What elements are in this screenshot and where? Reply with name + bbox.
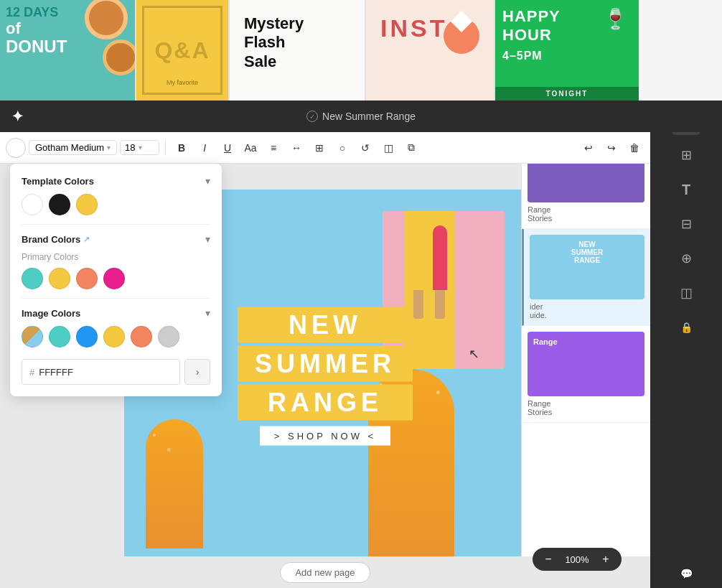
color-panel: Template Colors ▾ Brand Colors ↗ ▾ Prima… <box>10 164 222 396</box>
brand-swatches <box>22 268 210 289</box>
zoom-out-button[interactable]: − <box>541 552 555 566</box>
template-mystery[interactable]: MysteryFlashSale <box>230 0 366 101</box>
layer-button[interactable]: ◫ <box>378 138 398 158</box>
image-swatch-gradient[interactable] <box>22 326 43 347</box>
image-colors-collapse[interactable]: ▾ <box>205 307 210 319</box>
template-insta[interactable]: INSTA <box>366 0 495 101</box>
brand-swatch-teal[interactable] <box>22 268 43 289</box>
color-input-row: # FFFFFF › <box>22 359 210 385</box>
right-panel: ⊡ ⊞ T ⊟ ⊕ ◫ 🔒 💬 <box>650 101 722 588</box>
document-title: New Summer Range <box>322 111 416 122</box>
image-swatch-orange[interactable] <box>131 326 152 347</box>
header-bar: ✦ ✓ New Summer Range <box>0 101 722 132</box>
undo-button[interactable]: ↩ <box>578 138 599 158</box>
underline-button[interactable]: U <box>217 138 238 158</box>
popsicle-stick-small-yellow <box>413 290 423 319</box>
image-colors-header: Image Colors ▾ <box>22 307 210 319</box>
toolbar-sep-1 <box>165 141 166 155</box>
side-panel-label-3: Range <box>528 399 644 408</box>
toolbar: Gotham Medium ▾ 18 ▾ B I U Aa ≡ ↔ ⊞ ○ ↺ … <box>0 132 650 164</box>
brand-colors-link-icon[interactable]: ↗ <box>83 235 90 244</box>
image-swatch-gray[interactable] <box>158 326 179 347</box>
app-logo: ✦ <box>11 108 24 125</box>
brand-colors-label: Brand Colors <box>22 234 80 245</box>
font-size-display: 18 <box>125 142 135 153</box>
side-panel-label-1: Range <box>528 205 644 214</box>
brand-swatch-orange[interactable] <box>76 268 98 289</box>
color-hex-value: FFFFFF <box>39 367 73 378</box>
image-swatch-yellow[interactable] <box>103 326 125 347</box>
brand-colors-collapse[interactable]: ▾ <box>205 233 210 245</box>
side-panel-thumb-3: Range <box>528 332 644 396</box>
align-button[interactable]: ≡ <box>263 138 283 158</box>
brand-swatch-pink[interactable] <box>103 268 125 289</box>
color-input-submit[interactable]: › <box>184 359 210 385</box>
italic-button[interactable]: I <box>194 138 215 158</box>
text-format-button[interactable]: Aa <box>240 138 261 158</box>
side-panel-item-3[interactable]: Range Range Stories <box>522 326 650 423</box>
font-selector[interactable]: Gotham Medium ▾ <box>29 140 117 155</box>
shop-now-text: > SHOP NOW < <box>260 426 390 445</box>
bold-button[interactable]: B <box>172 138 192 158</box>
side-panel-label-2: ider <box>530 302 644 311</box>
add-page-button[interactable]: Add new page <box>280 562 370 583</box>
color-hex-input[interactable]: # FFFFFF <box>22 359 180 385</box>
zoom-value-display: 100% <box>563 554 591 565</box>
rotate-button[interactable]: ↺ <box>355 138 375 158</box>
grid-panel-icon[interactable]: ⊞ <box>672 141 700 169</box>
template-swatch-white[interactable] <box>22 194 43 215</box>
template-colors-collapse[interactable]: ▾ <box>205 175 210 187</box>
template-donut[interactable]: 12 DAYSofDONUT <box>0 0 136 101</box>
canvas-text-line-3: RANGE <box>238 384 413 420</box>
side-panel-thumb-2: NEWSUMMERRANGE <box>530 235 644 299</box>
copy-button[interactable]: ⧉ <box>401 138 421 158</box>
brand-colors-header: Brand Colors ↗ ▾ <box>22 233 210 245</box>
font-size-selector[interactable]: 18 ▾ <box>120 140 159 155</box>
zoom-control: − 100% + <box>533 548 622 571</box>
redo-button[interactable]: ↪ <box>601 138 622 158</box>
canvas-text-line-1: NEW <box>238 307 413 342</box>
image-swatch-teal[interactable] <box>49 326 70 347</box>
popsicle-small-red <box>433 225 447 290</box>
image-swatches <box>22 326 210 347</box>
template-colors-header: Template Colors ▾ <box>22 175 210 187</box>
image-button[interactable]: ⊞ <box>309 138 329 158</box>
group-panel-icon[interactable]: ⊕ <box>672 244 700 273</box>
layers-panel-icon[interactable]: ◫ <box>672 279 700 307</box>
color-swatch-toolbar[interactable] <box>6 138 26 158</box>
font-name-display: Gotham Medium <box>35 142 104 153</box>
cursor-indicator: ↖ <box>469 346 479 362</box>
zoom-in-button[interactable]: + <box>599 552 613 566</box>
divider-2 <box>22 298 210 299</box>
image-panel-icon[interactable]: ⊟ <box>672 210 700 238</box>
shape-button[interactable]: ○ <box>332 138 352 158</box>
divider-1 <box>22 224 210 225</box>
template-qa[interactable]: Q&A My favorite <box>136 0 230 101</box>
side-panel-item-2[interactable]: NEWSUMMERRANGE ider uide. <box>522 229 650 326</box>
side-panel: New SummerRange Range Stories NEWSUMMERR… <box>521 132 650 588</box>
template-swatch-yellow[interactable] <box>76 194 98 215</box>
template-colors-label: Template Colors <box>22 176 94 187</box>
spacing-button[interactable]: ↔ <box>286 138 306 158</box>
header-title: ✓ New Summer Range <box>306 111 416 122</box>
template-swatch-black[interactable] <box>49 194 70 215</box>
chat-panel-icon[interactable]: 💬 <box>672 559 700 588</box>
popsicle-left-body <box>146 419 203 549</box>
text-panel-icon[interactable]: T <box>672 175 700 204</box>
canvas-text-line-2: SUMMER <box>238 345 413 381</box>
template-swatches <box>22 194 210 215</box>
delete-button[interactable]: 🗑 <box>624 138 644 158</box>
template-happy-hour[interactable]: HAPPYHOUR4–5PM 🍷 TONIGHT <box>495 0 639 101</box>
lock-panel-icon[interactable]: 🔒 <box>672 313 700 342</box>
popsicle-small-yellow <box>411 225 426 290</box>
image-swatch-blue[interactable] <box>76 326 98 347</box>
brand-swatch-yellow[interactable] <box>49 268 70 289</box>
template-strip: 12 DAYSofDONUT Q&A My favorite MysteryFl… <box>0 0 722 101</box>
primary-colors-label: Primary Colors <box>22 252 210 262</box>
canvas-text-block[interactable]: NEW SUMMER RANGE > SHOP NOW < <box>238 307 413 445</box>
image-colors-label: Image Colors <box>22 308 80 319</box>
popsicle-stick-small-red <box>435 290 445 319</box>
save-status-icon: ✓ <box>306 111 318 122</box>
